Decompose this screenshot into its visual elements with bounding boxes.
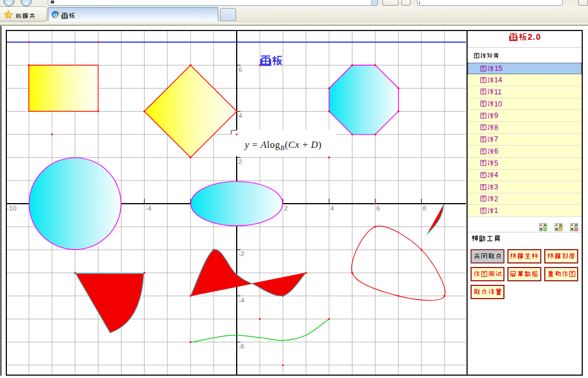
svg-text:2: 2 — [284, 204, 287, 211]
svg-text:4: 4 — [238, 112, 242, 119]
svg-text:-6: -6 — [238, 342, 244, 349]
svg-text:-2: -2 — [238, 250, 244, 257]
svg-text:8: 8 — [423, 204, 426, 211]
svg-text:6: 6 — [377, 204, 380, 211]
svg-text:4: 4 — [330, 204, 334, 211]
svg-text:6: 6 — [238, 66, 242, 72]
svg-text:-4: -4 — [146, 204, 152, 211]
svg-text:2: 2 — [238, 158, 242, 165]
svg-text:-4: -4 — [238, 296, 245, 303]
svg-text:-10: -10 — [7, 204, 17, 211]
